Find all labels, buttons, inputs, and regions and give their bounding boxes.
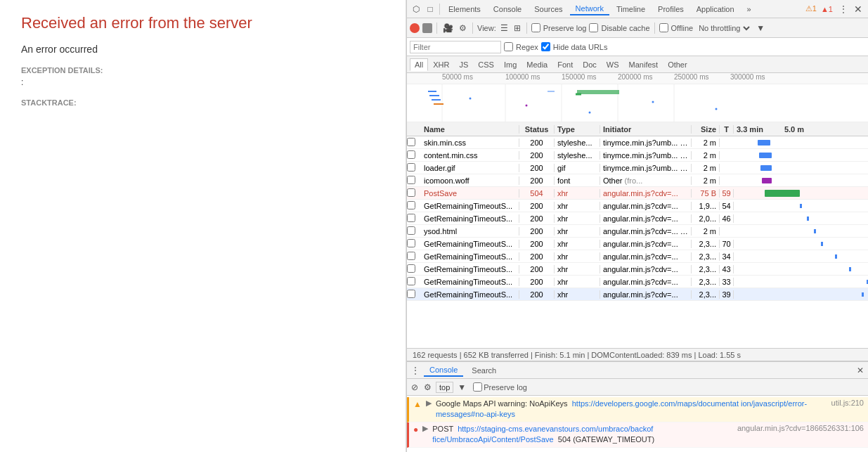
console-preserve-log-checkbox[interactable] (473, 382, 482, 392)
table-rows-container: skin.min.css 200 styleshe... tinymce.min… (407, 136, 868, 348)
table-row[interactable]: GetRemainingTimeoutS... 200 xhr angular.… (407, 250, 868, 263)
console-msg-warning[interactable]: ▲ ▶ Google Maps API warning: NoApiKeys h… (407, 397, 868, 422)
console-close-icon[interactable]: ✕ (855, 366, 865, 375)
table-row[interactable]: skin.min.css 200 styleshe... tinymce.min… (407, 136, 868, 149)
type-tab-media[interactable]: Media (522, 58, 552, 71)
header-type[interactable]: Type (555, 125, 600, 134)
console-top-label[interactable]: top (436, 382, 453, 393)
row-checkbox[interactable] (407, 252, 415, 260)
disable-cache-label[interactable]: Disable cache (589, 23, 649, 32)
hide-data-urls-checkbox[interactable] (541, 42, 550, 51)
tab-profiles[interactable]: Profiles (652, 4, 689, 15)
row-checkbox[interactable] (407, 226, 415, 235)
hide-data-urls-label[interactable]: Hide data URLs (541, 42, 608, 51)
table-row[interactable]: GetRemainingTimeoutS... 200 xhr angular.… (407, 200, 868, 212)
header-size[interactable]: Size (692, 125, 720, 134)
regex-label[interactable]: Regex (504, 42, 538, 51)
console-tab-search[interactable]: Search (466, 365, 502, 376)
type-tab-xhr[interactable]: XHR (428, 58, 454, 71)
more-options-icon[interactable]: ⋮ (837, 3, 850, 15)
msg-text-error: POST https://staging-cms.evanevanstours.… (432, 424, 733, 446)
type-tab-font[interactable]: Font (552, 58, 578, 71)
row-name: GetRemainingTimeoutS... (421, 240, 519, 248)
msg-expand-arrow-error[interactable]: ▶ (422, 424, 428, 433)
type-tab-ws[interactable]: WS (602, 58, 624, 71)
regex-checkbox[interactable] (504, 42, 513, 51)
row-checkbox[interactable] (407, 163, 415, 172)
row-checkbox[interactable] (407, 214, 415, 222)
type-tab-img[interactable]: Img (499, 58, 522, 71)
msg-link-post[interactable]: https://staging-cms.evanevanstours.com/u… (432, 425, 653, 444)
close-icon[interactable]: ✕ (851, 4, 865, 15)
row-status: 200 (519, 138, 555, 147)
table-row[interactable]: ysod.html 200 xhr angular.min.js?cdv=...… (407, 225, 868, 238)
row-checkbox[interactable] (407, 201, 415, 209)
type-tab-manifest[interactable]: Manifest (624, 58, 663, 71)
console-filter-icon2[interactable]: ⚙ (422, 382, 433, 392)
tab-console[interactable]: Console (488, 4, 527, 15)
console-preserve-log[interactable]: Preserve log (473, 382, 527, 392)
type-tab-all[interactable]: All (410, 58, 428, 71)
tab-elements[interactable]: Elements (443, 4, 486, 15)
msg-link-maps[interactable]: https://developers.google.com/maps/docum… (436, 399, 807, 418)
row-checkbox[interactable] (407, 264, 415, 273)
tab-sources[interactable]: Sources (529, 4, 568, 15)
row-checkbox[interactable] (407, 138, 415, 146)
header-status[interactable]: Status (519, 125, 555, 134)
console-ban-icon[interactable]: ⊘ (410, 382, 420, 392)
throttle-select[interactable]: No throttling Fast 3G Slow 3G Offline (696, 23, 752, 33)
table-row-postsave[interactable]: PostSave 504 xhr angular.min.js?cdv=... … (407, 187, 868, 200)
clear-button[interactable] (422, 23, 432, 33)
tab-more[interactable]: » (741, 4, 757, 15)
preserve-log-label[interactable]: Preserve log (531, 23, 587, 32)
row-status: 200 (519, 227, 555, 235)
record-button[interactable] (410, 23, 420, 33)
row-checkbox[interactable] (407, 290, 415, 298)
throttle-dropdown-icon[interactable]: ▼ (755, 23, 766, 33)
table-row[interactable]: loader.gif 200 gif tinymce.min.js?umb...… (407, 162, 868, 174)
list-view-icon[interactable]: ☰ (499, 23, 510, 33)
console-msg-error[interactable]: ● ▶ POST https://staging-cms.evanevansto… (407, 422, 868, 448)
offline-label[interactable]: Offline (659, 23, 694, 32)
type-tab-js[interactable]: JS (454, 58, 473, 71)
console-top-dropdown[interactable]: ▼ (456, 382, 467, 392)
camera-icon[interactable]: 🎥 (441, 23, 455, 33)
row-size: 2 m (692, 176, 720, 185)
type-tab-doc[interactable]: Doc (578, 58, 602, 71)
header-waterfall[interactable]: 3.3 min 5.0 m (734, 125, 868, 134)
header-time[interactable]: T (720, 125, 734, 134)
tab-network[interactable]: Network (570, 3, 609, 15)
tab-timeline[interactable]: Timeline (611, 4, 651, 15)
filter-icon[interactable]: ⚙ (458, 23, 468, 33)
time-label-50k: 50000 ms (442, 73, 473, 81)
row-checkbox[interactable] (407, 188, 415, 197)
msg-expand-arrow[interactable]: ▶ (426, 399, 432, 408)
table-row[interactable]: content.min.css 200 styleshe... tinymce.… (407, 149, 868, 162)
table-row[interactable]: GetRemainingTimeoutS... 200 xhr angular.… (407, 263, 868, 276)
row-checkbox[interactable] (407, 176, 415, 184)
header-name[interactable]: Name (421, 125, 519, 134)
table-row[interactable]: GetRemainingTimeoutS... 200 xhr angular.… (407, 212, 868, 225)
console-menu-icon[interactable]: ⋮ (410, 366, 421, 375)
header-initiator[interactable]: Initiator (600, 125, 692, 134)
table-row[interactable]: icomoon.woff 200 font Other (fro... 2 m (407, 174, 868, 187)
disable-cache-checkbox[interactable] (589, 23, 598, 32)
row-checkbox[interactable] (407, 277, 415, 285)
row-checkbox[interactable] (407, 239, 415, 247)
preserve-log-checkbox[interactable] (531, 23, 540, 32)
row-type: xhr (555, 278, 600, 286)
status-text: 162 requests | 652 KB transferred | Fini… (413, 351, 741, 359)
tab-application[interactable]: Application (691, 4, 740, 15)
type-tab-other[interactable]: Other (663, 58, 692, 71)
table-row[interactable]: GetRemainingTimeoutS... 200 xhr angular.… (407, 288, 868, 301)
large-view-icon[interactable]: ⊞ (512, 23, 522, 33)
type-tab-css[interactable]: CSS (473, 58, 499, 71)
row-checkbox[interactable] (407, 150, 415, 159)
table-row[interactable]: GetRemainingTimeoutS... 200 xhr angular.… (407, 276, 868, 288)
cursor-icon[interactable]: ⬡ (410, 3, 422, 15)
box-icon[interactable]: □ (424, 3, 436, 15)
filter-input[interactable] (410, 41, 501, 53)
offline-checkbox[interactable] (659, 23, 668, 32)
console-tab-console[interactable]: Console (424, 364, 463, 377)
table-row[interactable]: GetRemainingTimeoutS... 200 xhr angular.… (407, 238, 868, 250)
